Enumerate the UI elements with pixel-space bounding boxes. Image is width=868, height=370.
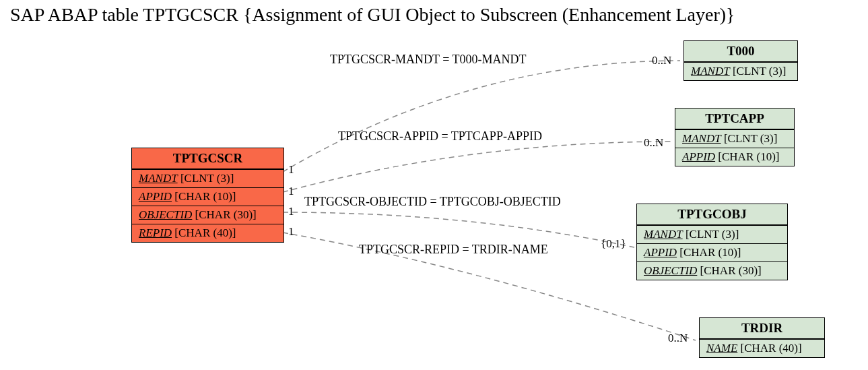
field-mandt: MANDT [CLNT (3)] <box>684 62 797 80</box>
table-t000: T000 MANDT [CLNT (3)] <box>683 40 798 81</box>
field-appid: APPID [CHAR (10)] <box>675 148 794 166</box>
table-tptgcscr: TPTGCSCR MANDT [CLNT (3)] APPID [CHAR (1… <box>131 148 284 243</box>
rel-label-mandt: TPTGCSCR-MANDT = T000-MANDT <box>330 53 527 67</box>
card-right-trdir: 0..N <box>668 332 688 345</box>
card-left-1c: 1 <box>288 205 294 218</box>
table-header: TPTCAPP <box>675 109 794 129</box>
edge-appid <box>283 142 672 192</box>
table-header: TRDIR <box>700 318 824 339</box>
table-header: TPTGCSCR <box>132 148 283 169</box>
rel-label-objectid: TPTGCSCR-OBJECTID = TPTGCOBJ-OBJECTID <box>304 195 561 209</box>
table-tptgcobj: TPTGCOBJ MANDT [CLNT (3)] APPID [CHAR (1… <box>636 204 788 280</box>
table-tptcapp: TPTCAPP MANDT [CLNT (3)] APPID [CHAR (10… <box>675 108 795 166</box>
table-trdir: TRDIR NAME [CHAR (40)] <box>699 317 825 358</box>
field-repid: REPID [CHAR (40)] <box>132 224 283 242</box>
field-appid: APPID [CHAR (10)] <box>132 187 283 206</box>
field-objectid: OBJECTID [CHAR (30)] <box>132 206 283 224</box>
card-left-1d: 1 <box>288 225 294 239</box>
card-right-t000: 0..N <box>652 54 671 67</box>
table-header: T000 <box>684 41 797 62</box>
field-name: NAME [CHAR (40)] <box>700 339 824 357</box>
field-mandt: MANDT [CLNT (3)] <box>132 169 283 187</box>
field-mandt: MANDT [CLNT (3)] <box>637 225 787 243</box>
rel-label-repid: TPTGCSCR-REPID = TRDIR-NAME <box>359 243 548 257</box>
card-right-tptgcobj: {0,1} <box>601 237 626 251</box>
er-diagram: SAP ABAP table TPTGCSCR {Assignment of G… <box>0 0 868 370</box>
card-left-1a: 1 <box>288 163 294 177</box>
rel-label-appid: TPTGCSCR-APPID = TPTCAPP-APPID <box>338 129 542 144</box>
table-header: TPTGCOBJ <box>637 204 787 225</box>
edge-mandt <box>283 61 680 172</box>
card-right-tptcapp: 0..N <box>644 136 663 150</box>
field-objectid: OBJECTID [CHAR (30)] <box>637 261 787 280</box>
card-left-1b: 1 <box>288 185 294 198</box>
field-appid: APPID [CHAR (10)] <box>637 243 787 261</box>
field-mandt: MANDT [CLNT (3)] <box>675 129 794 148</box>
